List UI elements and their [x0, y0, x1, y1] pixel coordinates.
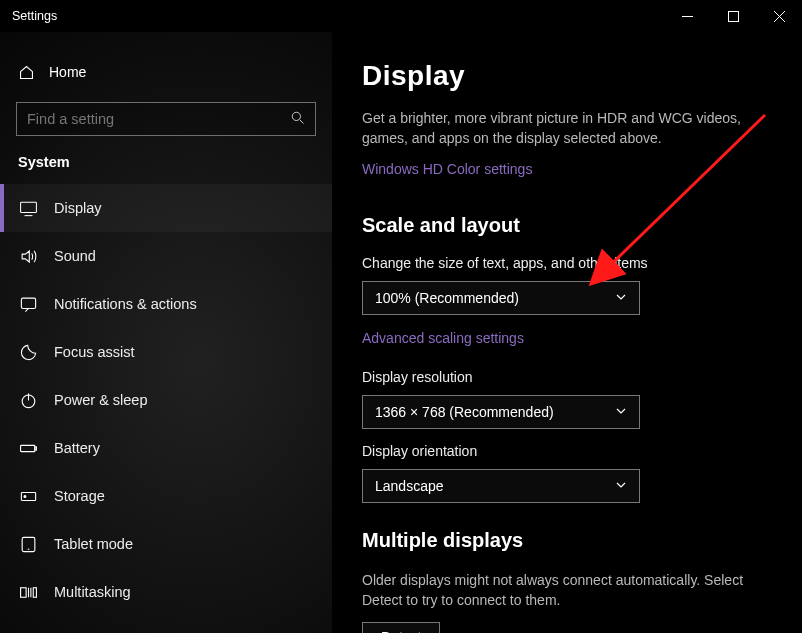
multiple-displays-heading: Multiple displays: [362, 529, 772, 552]
sidebar-item-label: Power & sleep: [54, 392, 148, 408]
sidebar-item-label: Battery: [54, 440, 100, 456]
chevron-down-icon: [615, 291, 629, 305]
detect-button-label: Detect: [381, 629, 421, 633]
svg-point-4: [292, 112, 300, 120]
sidebar-item-tablet-mode[interactable]: Tablet mode: [0, 520, 332, 568]
sidebar-item-sound[interactable]: Sound: [0, 232, 332, 280]
chevron-down-icon: [615, 479, 629, 493]
storage-icon: [18, 486, 38, 506]
sidebar-section-label: System: [0, 142, 332, 184]
svg-rect-17: [20, 587, 26, 597]
sidebar-item-power-sleep[interactable]: Power & sleep: [0, 376, 332, 424]
sidebar-item-storage[interactable]: Storage: [0, 472, 332, 520]
page-title: Display: [362, 60, 772, 92]
chevron-down-icon: [615, 405, 629, 419]
search-input-wrapper[interactable]: [16, 102, 316, 136]
svg-rect-1: [728, 11, 738, 21]
resolution-label: Display resolution: [362, 369, 772, 385]
power-icon: [18, 390, 38, 410]
sidebar-item-notifications[interactable]: Notifications & actions: [0, 280, 332, 328]
svg-rect-8: [21, 298, 35, 308]
orientation-dropdown-value: Landscape: [375, 478, 444, 494]
svg-point-14: [23, 495, 25, 497]
orientation-dropdown[interactable]: Landscape: [362, 469, 640, 503]
display-icon: [18, 198, 38, 218]
sidebar-item-label: Sound: [54, 248, 96, 264]
sound-icon: [18, 246, 38, 266]
home-nav[interactable]: Home: [0, 52, 332, 92]
active-indicator: [0, 184, 4, 232]
multiple-displays-description: Older displays might not always connect …: [362, 570, 772, 611]
sidebar-item-label: Multitasking: [54, 584, 131, 600]
tablet-icon: [18, 534, 38, 554]
home-icon: [18, 64, 35, 81]
close-button[interactable]: [756, 0, 802, 32]
scale-dropdown-value: 100% (Recommended): [375, 290, 519, 306]
sidebar-item-multitasking[interactable]: Multitasking: [0, 568, 332, 616]
scale-label: Change the size of text, apps, and other…: [362, 255, 772, 271]
svg-rect-6: [20, 202, 36, 212]
scale-layout-heading: Scale and layout: [362, 214, 772, 237]
resolution-dropdown-value: 1366 × 768 (Recommended): [375, 404, 554, 420]
sidebar-item-battery[interactable]: Battery: [0, 424, 332, 472]
svg-line-5: [300, 119, 304, 123]
svg-rect-12: [34, 446, 36, 449]
search-input[interactable]: [27, 111, 247, 127]
minimize-button[interactable]: [664, 0, 710, 32]
sidebar-item-label: Focus assist: [54, 344, 135, 360]
sidebar-item-label: Notifications & actions: [54, 296, 197, 312]
hd-color-settings-link[interactable]: Windows HD Color settings: [362, 161, 532, 177]
sidebar-item-display[interactable]: Display: [0, 184, 332, 232]
scale-dropdown[interactable]: 100% (Recommended): [362, 281, 640, 315]
battery-icon: [18, 438, 38, 458]
sidebar-item-focus-assist[interactable]: Focus assist: [0, 328, 332, 376]
detect-button[interactable]: Detect: [362, 622, 440, 633]
focus-assist-icon: [18, 342, 38, 362]
hdr-description: Get a brighter, more vibrant picture in …: [362, 108, 772, 149]
svg-rect-20: [33, 587, 36, 597]
notifications-icon: [18, 294, 38, 314]
window-title: Settings: [12, 9, 57, 23]
advanced-scaling-link[interactable]: Advanced scaling settings: [362, 330, 524, 346]
maximize-button[interactable]: [710, 0, 756, 32]
orientation-label: Display orientation: [362, 443, 772, 459]
svg-rect-11: [20, 445, 34, 451]
sidebar-item-label: Storage: [54, 488, 105, 504]
search-icon: [290, 110, 305, 129]
sidebar-item-label: Tablet mode: [54, 536, 133, 552]
sidebar-item-label: Display: [54, 200, 102, 216]
home-label: Home: [49, 64, 86, 80]
resolution-dropdown[interactable]: 1366 × 768 (Recommended): [362, 395, 640, 429]
multitasking-icon: [18, 582, 38, 602]
